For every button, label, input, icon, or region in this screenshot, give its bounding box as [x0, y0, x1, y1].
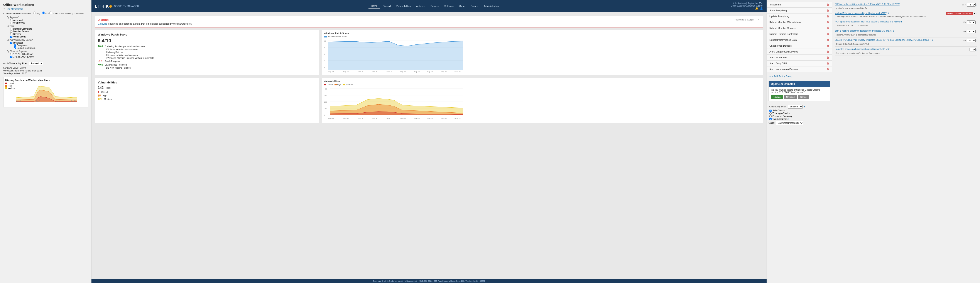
unquoted-action-select[interactable] — [970, 48, 976, 51]
alarm-device-link[interactable]: 1 device — [98, 22, 107, 25]
trash-alert-servers[interactable]: 🗑 — [827, 56, 829, 59]
check-password[interactable]: Password Guessing ℹ — [768, 115, 830, 118]
trash-update[interactable]: 🗑 — [827, 15, 829, 18]
policy-item-alert-servers[interactable]: Alert: All Servers 🗑 — [767, 55, 832, 60]
nav-groups[interactable]: Groups — [468, 3, 481, 9]
unquoted-link[interactable]: Unquoted service path error (mitigates M… — [835, 48, 889, 50]
policy-item-alert-unapproved[interactable]: Alert: Unapproved Devices 🗑 — [767, 49, 832, 55]
policy-item-reboot-workstations[interactable]: Reboot Member Workstations 🗑 — [767, 19, 832, 25]
svg-text:8: 8 — [324, 47, 325, 49]
panel-title: Office Workstations — [3, 3, 88, 6]
nav-software[interactable]: Software — [442, 3, 456, 9]
nav-home[interactable]: Home — [369, 3, 380, 9]
check-safe[interactable]: Safe Checks ℹ — [768, 110, 830, 112]
policy-item-reboot-dc[interactable]: Reboot Domain Controllers 🗑 — [767, 31, 832, 37]
rc4-info: ℹ — [901, 21, 902, 23]
trash-scan[interactable]: 🗑 — [827, 9, 829, 12]
intel-delete-btn[interactable]: Delete LMS and disable AM — [946, 12, 973, 15]
update-button[interactable]: Update — [772, 95, 783, 99]
cycle-select[interactable]: Daily (recommended) Weekly Monthly — [776, 121, 803, 125]
policy-item-report[interactable]: Report Performance Data 🗑 — [767, 37, 832, 43]
rc4-action-info: ℹ — [977, 21, 977, 24]
nav-users[interactable]: Users — [457, 3, 468, 9]
trash-alert-unapproved[interactable]: 🗑 — [827, 50, 829, 53]
svg-text:Sep. 4: Sep. 4 — [372, 117, 377, 119]
svg-text:Sep 22: Sep 22 — [71, 100, 76, 102]
alarm-close-button[interactable]: ✕ — [758, 18, 760, 21]
trash-unapproved[interactable]: 🗑 — [827, 44, 829, 47]
right-panels: Install stuff 🗑 Scan Everything 🗑 Update… — [767, 0, 980, 283]
network-section: By Network Segment 172.26.1.0/24 (Colo) … — [3, 50, 88, 58]
trash-alert-cpu[interactable]: 🗑 — [827, 62, 829, 65]
rc4-link[interactable]: RC4 cipher deprecation in .NET TLS sessi… — [835, 21, 900, 23]
check-thorough[interactable]: Thorough Checks ℹ — [768, 112, 830, 114]
checkbox-approved[interactable]: Approved — [10, 19, 88, 21]
schedule-saturdays: Saturdays: 00:00 - 24:00 — [3, 72, 88, 75]
apply-select[interactable]: Enabled Disabled — [29, 62, 43, 65]
trash-reboot-dc[interactable]: 🗑 — [827, 32, 829, 35]
nav-vulnerabilities[interactable]: Vulnerabilities — [393, 3, 414, 9]
vuln-legend-medium: Medium — [343, 83, 353, 86]
vuln-stats-row: Vulnerabilities 142 Total 1 Critical 15 … — [95, 78, 763, 123]
vuln-total: 142 Total — [98, 86, 317, 90]
poodle-link[interactable]: SSL 3.0 'POODLE' vulnerability (mitigate… — [835, 39, 931, 41]
check-override[interactable]: Override NSUS ℹ — [768, 118, 830, 120]
svg-text:Sep. 10: Sep. 10 — [400, 71, 406, 73]
svg-text:Sep 4: Sep 4 — [36, 100, 40, 102]
policy-item-update[interactable]: Update Everything 🗑 — [767, 14, 832, 19]
stat-no-creds: 1 Windows Machine Scanned Without Creden… — [98, 57, 317, 59]
alarm-text: 1 device is running an operating system … — [98, 22, 192, 25]
mini-chart-svg: Aug 26 Sep 4 Sep 13 Sep 22 — [16, 82, 77, 102]
security-manager-text: SECURITY MANAGER — [114, 5, 139, 7]
uninstall-button[interactable]: Uninstall — [784, 95, 797, 99]
cb-172-office[interactable]: 172.26.1.0/24 (Office) — [10, 56, 88, 58]
radio-any[interactable] — [33, 11, 36, 14]
radio-all[interactable] — [42, 11, 45, 14]
trash-reboot-ws[interactable]: 🗑 — [827, 21, 829, 24]
vuln-high: 15 High — [98, 94, 317, 97]
poodle-action-select[interactable]: Fix — [967, 39, 976, 42]
nav-devices[interactable]: Devices — [428, 3, 442, 9]
alarm-title: Alarms — [98, 18, 192, 22]
cb-computers[interactable]: Computers — [14, 44, 88, 47]
vuln-scan-select[interactable]: Enabled Disabled — [788, 105, 803, 108]
cb-workstations[interactable]: Workstations — [10, 35, 88, 38]
policy-item-unapproved[interactable]: Unapproved Devices 🗑 — [767, 43, 832, 49]
flexnet-link[interactable]: FLEXnet vulnerabilities (mitigates FLEXn… — [835, 3, 900, 5]
svg-text:300: 300 — [324, 95, 327, 97]
rc4-action-select[interactable]: Fix — [967, 21, 976, 24]
flexnet-action-select[interactable]: Fix — [967, 3, 976, 6]
trash-report[interactable]: 🗑 — [827, 38, 829, 41]
vuln-detail-poodle: SSL 3.0 'POODLE' vulnerability (mitigate… — [835, 38, 977, 47]
nav-antivirus[interactable]: Antivirus — [414, 3, 428, 9]
policy-item-scan[interactable]: Scan Everything 🗑 — [767, 8, 832, 14]
cb-servers[interactable]: Servers — [10, 33, 88, 35]
policy-item-reboot-servers[interactable]: Reboot Member Servers 🗑 — [767, 25, 832, 31]
cb-172-colo[interactable]: 172.26.1.0/24 (Colo) — [10, 53, 88, 55]
trash-reboot-srv[interactable]: 🗑 — [827, 27, 829, 30]
intel-amt-link[interactable]: Intel AMT firmware vulnerability (mitiga… — [835, 12, 887, 14]
cb-domain-controllers[interactable]: Domain Controllers — [10, 28, 88, 30]
nav-administration[interactable]: Administration — [481, 3, 501, 9]
trash-alert-nondomain[interactable]: 🗑 — [827, 68, 829, 71]
cb-member-servers[interactable]: Member Servers — [10, 30, 88, 33]
svg-text:Sep. 16: Sep. 16 — [427, 71, 433, 73]
sha1-link[interactable]: SHA-1 hashing algorithm deprecation (mit… — [835, 30, 892, 32]
checkbox-unapproved[interactable]: Unapproved — [10, 22, 88, 24]
policy-item-install[interactable]: Install stuff 🗑 — [767, 2, 832, 8]
policy-item-alert-cpu[interactable]: Alert: Busy CPU 🗑 — [767, 60, 832, 67]
stat-scanned: 208 Scanned Windows Machines — [98, 48, 317, 51]
cb-ad-domain-controllers[interactable]: Domain Controllers — [14, 47, 88, 49]
radio-none[interactable] — [49, 11, 52, 14]
cancel-button[interactable]: Cancel — [798, 95, 809, 99]
sha1-action-select[interactable]: Fix — [967, 30, 976, 33]
plus-icon: + — [769, 75, 771, 78]
cb-lithik-local[interactable]: lithik.local — [10, 41, 88, 44]
svg-text:6: 6 — [324, 53, 325, 55]
trash-install[interactable]: 🗑 — [827, 3, 829, 6]
nav-firewall[interactable]: Firewall — [380, 3, 393, 9]
vuln-detail-intel-amt: Intel AMT firmware vulnerability (mitiga… — [835, 11, 977, 19]
policy-item-alert-nondomain[interactable]: Alert: Non-domain Devices 🗑 — [767, 67, 832, 72]
hide-membership-toggle[interactable]: ▼ Hide Membership — [3, 8, 88, 10]
add-policy-button[interactable]: + + Add Policy Group — [767, 73, 832, 79]
